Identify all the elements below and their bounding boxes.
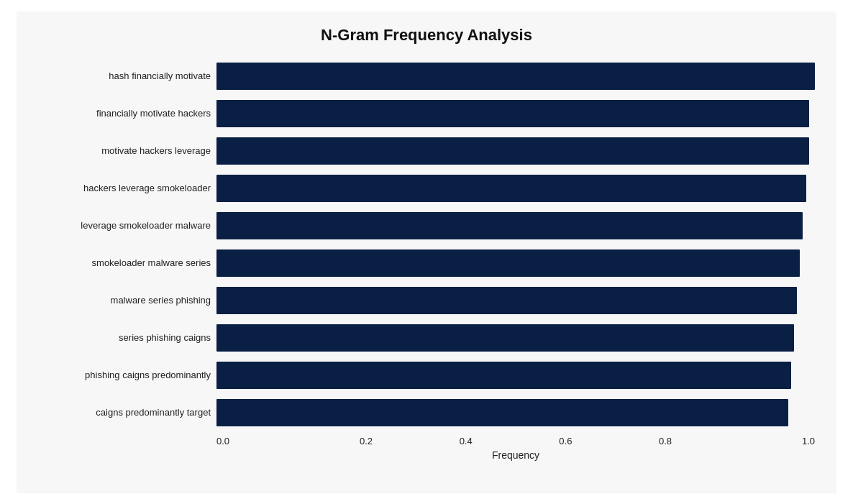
- x-tick-label: 1.0: [715, 436, 815, 446]
- y-label: hash financially motivate: [38, 58, 211, 95]
- bar-row: [216, 324, 815, 352]
- bar: [216, 249, 800, 277]
- y-label: hackers leverage smokeloader: [38, 170, 211, 207]
- y-label: smokeloader malware series: [38, 244, 211, 282]
- bar-row: [216, 62, 815, 91]
- y-label: series phishing caigns: [38, 319, 211, 357]
- y-label: leverage smokeloader malware: [38, 207, 211, 244]
- y-label: malware series phishing: [38, 282, 211, 319]
- bar: [216, 287, 797, 314]
- x-axis-labels-row: 0.00.20.40.60.81.0: [216, 436, 815, 446]
- bar: [216, 324, 794, 352]
- y-labels: hash financially motivatefinancially mot…: [38, 58, 216, 431]
- chart-title: N-Gram Frequency Analysis: [38, 26, 815, 45]
- x-tick-label: 0.8: [616, 436, 716, 446]
- bar: [216, 212, 803, 239]
- bars-section: hash financially motivatefinancially mot…: [38, 58, 815, 431]
- y-label: financially motivate hackers: [38, 95, 211, 132]
- bar-row: [216, 99, 815, 128]
- y-label: caigns predominantly target: [38, 394, 211, 431]
- bar-row: [216, 174, 815, 203]
- chart-container: N-Gram Frequency Analysis hash financial…: [17, 12, 836, 493]
- bar-row: [216, 249, 815, 278]
- bar-row: [216, 398, 815, 427]
- bar: [216, 100, 809, 127]
- bars-area: [216, 58, 815, 431]
- x-tick-label: 0.6: [516, 436, 616, 446]
- bar-row: [216, 211, 815, 240]
- bar: [216, 175, 806, 202]
- bar-row: [216, 286, 815, 315]
- x-tick-label: 0.0: [216, 436, 316, 446]
- x-tick-label: 0.4: [416, 436, 516, 446]
- bar: [216, 362, 791, 389]
- bar: [216, 137, 809, 165]
- bar: [216, 63, 815, 90]
- x-axis: 0.00.20.40.60.81.0: [38, 436, 815, 446]
- y-label: phishing caigns predominantly: [38, 357, 211, 394]
- bar: [216, 399, 788, 426]
- bar-row: [216, 361, 815, 390]
- x-axis-title: Frequency: [216, 449, 815, 461]
- chart-area: hash financially motivatefinancially mot…: [38, 58, 815, 439]
- bar-row: [216, 137, 815, 165]
- x-tick-label: 0.2: [316, 436, 416, 446]
- y-label: motivate hackers leverage: [38, 132, 211, 170]
